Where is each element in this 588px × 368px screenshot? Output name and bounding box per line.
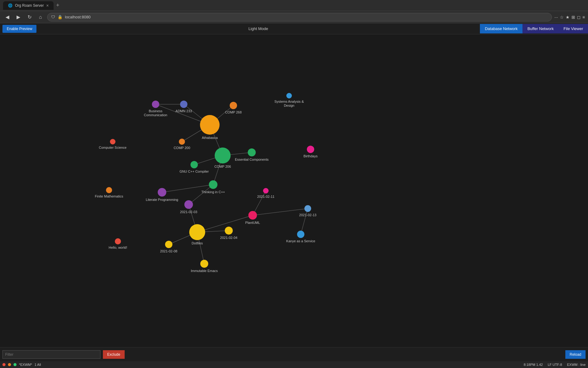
node-circle — [230, 102, 237, 109]
graph-node[interactable]: Dotfiles — [189, 224, 205, 245]
node-label: Immutable Emacs — [191, 269, 218, 273]
status-encoding: LF UTF-8 — [548, 363, 562, 366]
node-label: Finite Mathematics — [95, 194, 123, 198]
main-content: AthabascaCOMP 206ADMN 233COMP 268Busines… — [0, 34, 588, 347]
graph-node[interactable]: 2021-02-13 — [299, 205, 316, 217]
star-icon[interactable]: ★ — [566, 15, 570, 20]
node-label: Kanye as a Service — [286, 239, 315, 243]
app-bar: Enable Preview Light Mode Database Netwo… — [0, 23, 588, 34]
toolbar-right: ··· ☆ ★ ⊞ ◻ ≡ — [554, 15, 585, 20]
browser-tab[interactable]: 🌐 Org Roam Server × — [3, 1, 54, 10]
tab-database-network[interactable]: Database Network — [480, 24, 522, 33]
network-graph[interactable]: AthabascaCOMP 206ADMN 233COMP 268Busines… — [0, 34, 588, 347]
node-label: Essential Components — [235, 158, 269, 161]
graph-node[interactable]: Kanye as a Service — [286, 231, 315, 243]
node-label: Computer Science — [99, 146, 127, 149]
graph-node[interactable]: PlantUML — [245, 211, 260, 224]
node-circle — [189, 224, 205, 240]
status-right: 8:18PM 1.42 LF UTF-8 EXWM : line — [524, 363, 586, 366]
node-circle — [158, 188, 166, 197]
new-tab-button[interactable]: + — [56, 2, 59, 9]
graph-node[interactable]: 2021-02-11 — [257, 188, 274, 198]
home-button[interactable]: ⌂ — [36, 13, 45, 21]
node-circle — [209, 180, 217, 189]
bottom-bar: Exclude Reload — [0, 347, 588, 361]
hamburger-icon[interactable]: ≡ — [582, 15, 585, 20]
graph-node[interactable]: GNU C++ Compiler — [179, 161, 209, 173]
lock-icon: 🔒 — [58, 15, 62, 19]
node-circle — [179, 139, 185, 145]
node-label: PlantUML — [245, 221, 260, 224]
tab-file-viewer[interactable]: File Viewer — [559, 24, 588, 33]
graph-node[interactable]: Immutable Emacs — [191, 260, 218, 273]
node-circle — [286, 93, 292, 98]
tab-buffer-network[interactable]: Buffer Network — [522, 24, 559, 33]
window-icon[interactable]: ◻ — [577, 15, 581, 20]
graph-node[interactable]: 2021-02-04 — [220, 227, 237, 240]
node-circle — [165, 241, 172, 248]
node-circle — [263, 188, 269, 194]
graph-node[interactable]: Literate Programming — [146, 188, 178, 201]
node-circle — [215, 148, 231, 163]
node-circle — [307, 146, 314, 153]
graph-edge — [253, 209, 308, 215]
node-label: 2021-02-13 — [299, 213, 316, 217]
refresh-button[interactable]: ↻ — [25, 13, 34, 21]
graph-node[interactable]: COMP 268 — [225, 102, 242, 114]
node-label: Hello, world! — [109, 246, 127, 249]
shield-icon: 🛡 — [51, 15, 55, 19]
back-button[interactable]: ◀ — [3, 13, 12, 21]
status-time: 8:18PM 1.42 — [524, 363, 543, 366]
light-mode-label: Light Mode — [248, 26, 268, 31]
node-label: COMP 268 — [225, 110, 242, 114]
graph-node[interactable]: Computer Science — [99, 139, 127, 149]
graph-node[interactable]: 2021-02-03 — [180, 200, 197, 214]
graph-edge — [301, 209, 308, 234]
node-label: Communication — [144, 113, 167, 117]
browser-titlebar: 🌐 Org Roam Server × + — [0, 0, 588, 11]
menu-dots-icon[interactable]: ··· — [554, 15, 558, 20]
node-circle — [297, 231, 304, 238]
node-label: Dotfiles — [192, 241, 203, 245]
status-dot-green — [13, 363, 17, 366]
node-label: ADMN 233 — [175, 109, 192, 113]
graph-node[interactable]: ADMN 233 — [175, 101, 192, 113]
status-dot-orange — [8, 363, 11, 366]
graph-node[interactable]: Systems Analysis &Design — [274, 93, 304, 107]
grid-icon[interactable]: ⊞ — [571, 15, 575, 20]
graph-node[interactable]: Hello, world! — [109, 238, 127, 249]
node-label: Thinking in C++ — [201, 190, 225, 194]
address-bar[interactable]: 🛡 🔒 localhost:8080 — [47, 13, 552, 21]
tab-close-button[interactable]: × — [46, 3, 49, 8]
tab-favicon: 🌐 — [8, 3, 13, 8]
node-circle — [248, 211, 257, 220]
browser-toolbar: ◀ ▶ ↻ ⌂ 🛡 🔒 localhost:8080 ··· ☆ ★ ⊞ ◻ ≡ — [0, 11, 588, 23]
graph-node[interactable]: COMP 206 — [214, 148, 231, 168]
exclude-button[interactable]: Exclude — [103, 350, 125, 359]
node-circle — [225, 227, 233, 235]
graph-node[interactable]: BusinessCommunication — [144, 101, 167, 117]
node-label: 2021-02-03 — [180, 210, 197, 214]
node-circle — [184, 200, 193, 209]
account-icon[interactable]: ☆ — [560, 15, 564, 20]
node-label: 2021-02-04 — [220, 236, 237, 240]
app-bar-center: Light Mode — [36, 26, 480, 31]
graph-node[interactable]: Birthdays — [303, 146, 318, 158]
node-label: GNU C++ Compiler — [179, 170, 209, 173]
graph-node[interactable]: COMP 200 — [174, 139, 190, 150]
node-circle — [106, 187, 112, 193]
graph-node[interactable]: 2021-02-08 — [160, 241, 177, 253]
reload-button[interactable]: Reload — [565, 350, 586, 359]
status-left: *EXWM* 1 All — [2, 363, 41, 366]
graph-node[interactable]: Athabasca — [200, 115, 220, 140]
forward-button[interactable]: ▶ — [14, 13, 23, 21]
filter-input[interactable] — [2, 350, 100, 359]
graph-node[interactable]: Thinking in C++ — [201, 180, 225, 194]
node-circle — [190, 161, 198, 168]
graph-svg: AthabascaCOMP 206ADMN 233COMP 268Busines… — [0, 34, 588, 347]
enable-preview-button[interactable]: Enable Preview — [2, 25, 36, 33]
node-label: COMP 206 — [214, 165, 231, 168]
status-dot-red — [2, 363, 6, 366]
graph-node[interactable]: Essential Components — [235, 148, 269, 161]
graph-node[interactable]: Finite Mathematics — [95, 187, 123, 198]
